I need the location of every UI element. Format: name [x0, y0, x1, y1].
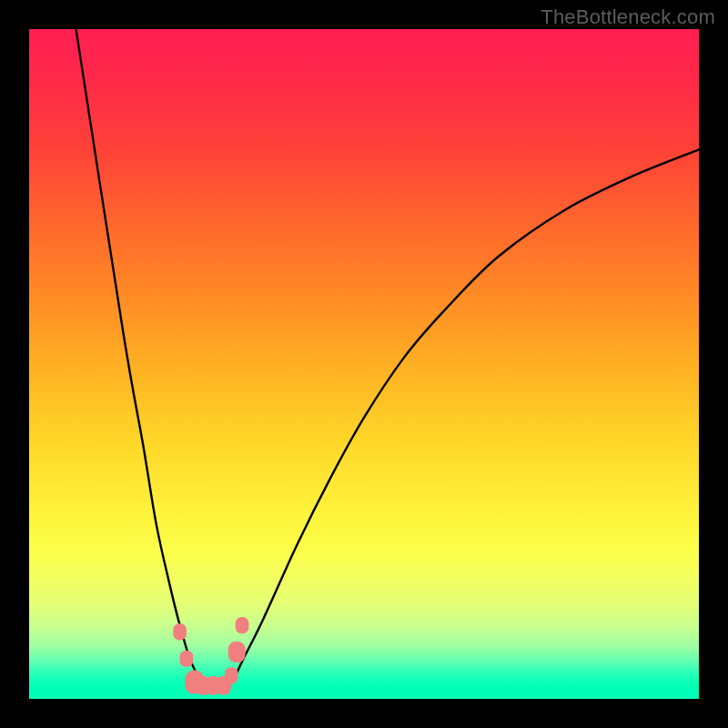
plot-area: [29, 29, 699, 699]
curve-marker: [173, 623, 187, 640]
curve-marker: [180, 651, 194, 667]
watermark-text: TheBottleneck.com: [541, 5, 715, 29]
curve-marker: [196, 676, 211, 695]
curve-marker: [185, 671, 204, 694]
curve-markers: [173, 617, 248, 695]
bottleneck-curve: [76, 29, 699, 690]
curve-svg: [29, 29, 699, 699]
curve-marker: [216, 676, 231, 695]
curve-marker: [228, 642, 246, 662]
curve-marker: [206, 676, 221, 695]
curve-marker: [225, 667, 238, 683]
chart-frame: TheBottleneck.com: [0, 0, 728, 728]
curve-marker: [236, 617, 249, 633]
